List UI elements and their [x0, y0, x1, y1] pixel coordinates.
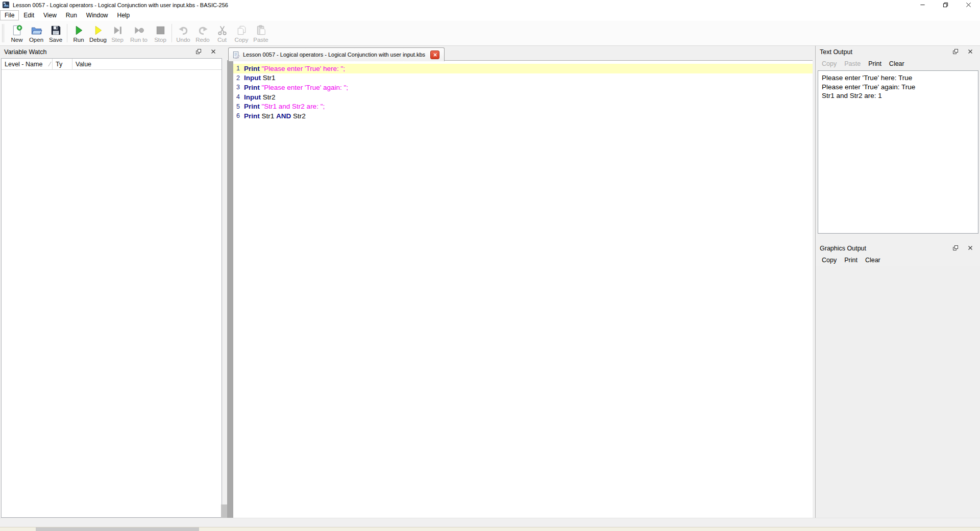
code-text: Input Str1: [244, 74, 276, 82]
toolbar-separator: [67, 24, 67, 42]
toolbar-button-run[interactable]: Run: [69, 24, 88, 43]
menu-item-help[interactable]: Help: [113, 10, 135, 20]
code-token: "Please enter 'True' again: ";: [262, 84, 349, 91]
line-number[interactable]: 6: [233, 112, 240, 119]
tab-close-icon[interactable]: [430, 50, 439, 59]
code-line-4[interactable]: 4Input Str2: [233, 92, 813, 102]
text-output-clear-button[interactable]: Clear: [889, 60, 904, 67]
code-token: AND: [276, 112, 291, 120]
minimize-button[interactable]: [911, 0, 934, 10]
line-number[interactable]: 4: [233, 93, 240, 100]
editor-area: Lesson 0057 - Logical operators - Logica…: [227, 46, 813, 518]
toolbar-button-label: Redo: [195, 37, 210, 43]
toolbar-button-label: Run: [73, 37, 84, 43]
breakpoint-gutter[interactable]: [227, 61, 233, 518]
code-line-2[interactable]: 2Input Str1: [233, 73, 813, 83]
column-header-value[interactable]: Value: [72, 59, 222, 69]
float-panel-icon[interactable]: [952, 245, 959, 251]
right-dock: Text Output CopyPastePrintClear Please e…: [815, 46, 980, 518]
save-icon: [50, 24, 62, 36]
column-header-label: Value: [76, 61, 91, 68]
line-number[interactable]: 3: [233, 84, 240, 91]
toolbar: NewOpenSaveRunDebugStepRun toStopUndoRed…: [0, 21, 980, 46]
menu-item-file[interactable]: File: [0, 10, 19, 20]
code-token: Str1: [260, 112, 276, 120]
code-editor[interactable]: 1Print "Please enter 'True' here: ";2Inp…: [227, 61, 813, 518]
taskbar-button[interactable]: [36, 527, 199, 531]
toolbar-separator: [172, 24, 172, 42]
toolbar-button-label: Save: [49, 37, 62, 43]
toolbar-button-save[interactable]: Save: [46, 24, 65, 43]
graphics-output-clear-button[interactable]: Clear: [865, 257, 880, 264]
text-output-paste-button: Paste: [844, 60, 861, 67]
code-token: Str2: [261, 93, 276, 101]
panel-splitter[interactable]: [223, 46, 227, 518]
menu-item-run[interactable]: Run: [61, 10, 82, 20]
code-text: Print Str1 AND Str2: [244, 112, 306, 120]
column-header-level-name[interactable]: Level - Name: [2, 59, 53, 69]
graphics-output-content: [816, 266, 980, 518]
cut-icon: [216, 24, 228, 36]
toolbar-drag-handle[interactable]: [2, 24, 4, 42]
app-icon[interactable]: [2, 1, 10, 9]
text-output-print-button[interactable]: Print: [868, 60, 881, 67]
toolbar-button-copy: Copy: [232, 24, 251, 43]
close-panel-icon[interactable]: [967, 245, 973, 251]
close-panel-icon[interactable]: [967, 48, 973, 55]
code-line-6[interactable]: 6Print Str1 AND Str2: [233, 111, 813, 121]
column-header-label: Level - Name: [5, 61, 42, 68]
menubar: FileEditViewRunWindowHelp: [0, 10, 980, 21]
variable-watch-table: Level - NameTyValue: [1, 58, 222, 518]
line-number[interactable]: 2: [233, 74, 240, 82]
open-icon: [31, 24, 42, 36]
text-output-panel: Text Output CopyPastePrintClear Please e…: [816, 46, 980, 234]
status-bar: [0, 518, 980, 527]
code-line-1[interactable]: 1Print "Please enter 'True' here: ";: [233, 64, 813, 73]
sort-indicator-icon: [45, 62, 52, 66]
title-bar: Lesson 0057 - Logical operators - Logica…: [0, 0, 980, 10]
toolbar-button-debug[interactable]: Debug: [88, 24, 108, 43]
taskbar-strip: [0, 527, 980, 531]
code-token: Print: [244, 84, 260, 91]
code-token: Str2: [291, 112, 306, 120]
column-header-ty[interactable]: Ty: [53, 59, 72, 69]
toolbar-button-paste: Paste: [251, 24, 271, 43]
menu-item-edit[interactable]: Edit: [19, 10, 39, 20]
variable-watch-body[interactable]: [2, 70, 222, 517]
graphics-output-copy-button[interactable]: Copy: [822, 257, 837, 264]
toolbar-button-redo: Redo: [193, 24, 212, 43]
code-lines: 1Print "Please enter 'True' here: ";2Inp…: [233, 64, 813, 121]
window-controls: [911, 0, 980, 10]
close-button[interactable]: [957, 0, 980, 10]
toolbar-button-label: Step: [111, 37, 124, 43]
code-token: Str1: [261, 74, 276, 82]
toolbar-button-new[interactable]: New: [7, 24, 27, 43]
text-output-copy-button: Copy: [822, 60, 837, 67]
line-number[interactable]: 5: [233, 103, 240, 110]
column-header-label: Ty: [56, 61, 62, 68]
menu-item-view[interactable]: View: [39, 10, 61, 20]
toolbar-button-label: Debug: [89, 37, 107, 43]
code-line-3[interactable]: 3Print "Please enter 'True' again: ";: [233, 83, 813, 92]
float-panel-icon[interactable]: [195, 48, 202, 55]
workspace: Variable Watch Level - NameTyValue Lesso…: [0, 46, 980, 518]
text-output-titlebar: Text Output: [816, 46, 980, 58]
restore-button[interactable]: [934, 0, 957, 10]
code-line-5[interactable]: 5Print "Str1 and Str2 are: ";: [233, 102, 813, 111]
float-panel-icon[interactable]: [952, 48, 959, 55]
dock-splitter[interactable]: [816, 234, 980, 242]
toolbar-button-label: Stop: [154, 37, 166, 43]
graphics-output-panel: Graphics Output CopyPrintClear: [816, 242, 980, 518]
line-number[interactable]: 1: [233, 65, 240, 72]
menu-item-window[interactable]: Window: [82, 10, 113, 20]
text-output-content[interactable]: Please enter 'True' here: TruePlease ent…: [818, 70, 978, 234]
toolbar-button-open[interactable]: Open: [27, 24, 46, 43]
run-icon: [73, 24, 85, 36]
toolbar-button-stop: Stop: [151, 24, 170, 43]
graphics-output-print-button[interactable]: Print: [844, 257, 857, 264]
graphics-output-titlebar: Graphics Output: [816, 242, 980, 255]
code-token: Print: [244, 103, 260, 110]
close-panel-icon[interactable]: [210, 48, 216, 55]
code-text: Print "Str1 and Str2 are: ";: [244, 103, 325, 110]
editor-tab[interactable]: Lesson 0057 - Logical operators - Logica…: [228, 47, 445, 61]
